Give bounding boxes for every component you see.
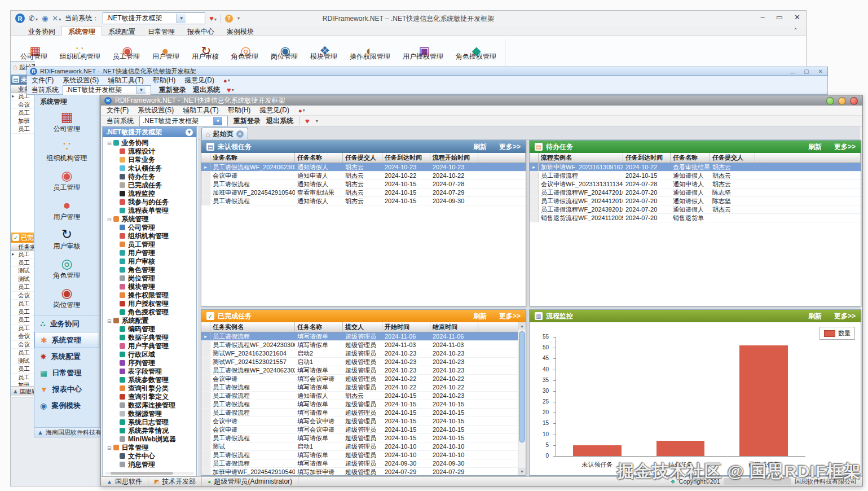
feedback-berry-icon[interactable]: ● <box>298 107 302 114</box>
refresh-link[interactable]: 刷新 <box>473 142 487 152</box>
tree-item-序列管理[interactable]: 序列管理 <box>103 359 196 367</box>
tree-item-消息管理[interactable]: 消息管理 <box>103 461 196 469</box>
tree-item-查询引擎分类[interactable]: 查询引擎分类 <box>103 384 196 393</box>
tab-start-page[interactable]: ⌂ 起始页 ✕ <box>201 128 248 139</box>
expand-icon[interactable]: ⊟ <box>107 318 112 324</box>
maximize-button[interactable]: ▭ <box>776 13 783 21</box>
tree-item-编码管理[interactable]: 编码管理 <box>103 325 196 334</box>
nav-item-业务协同[interactable]: ∴ 业务协同 <box>34 315 99 332</box>
help-dropdown-icon[interactable]: ▾ <box>237 16 240 21</box>
column-header-开始时间[interactable]: 开始时间 <box>382 322 430 332</box>
table-row[interactable]: 员工请假流程WF_202441201041...2024-07-20通知请假人陈… <box>530 197 861 205</box>
sidebar-item-员工管理[interactable]: ◉ 员工管理 <box>34 166 99 195</box>
tree-item-流程监控[interactable]: 流程监控 <box>103 190 196 198</box>
nav-item-日常管理[interactable]: ▦ 日常管理 <box>34 365 99 381</box>
chevron-down-icon[interactable]: ▼ <box>177 14 186 23</box>
expand-icon[interactable]: ⊟ <box>107 217 112 222</box>
chevron-down-icon[interactable]: ▼ <box>136 86 146 94</box>
expand-icon[interactable]: ⊟ <box>107 445 112 451</box>
more-link[interactable]: 更多>> <box>834 312 856 321</box>
maximize-button[interactable] <box>838 97 846 105</box>
tree-item-待办任务[interactable]: 待办任务 <box>103 173 196 181</box>
tree-item-未认领任务[interactable]: 未认领任务 <box>103 164 196 173</box>
tree-item-岗位管理[interactable]: 岗位管理 <box>103 274 196 283</box>
tree-item-查询引擎定义[interactable]: 查询引擎定义 <box>103 393 196 401</box>
column-header-业务名称[interactable]: 业务名称 <box>210 153 295 163</box>
statusbar-item-超级管理员(Administrator)[interactable]: ● 超级管理员(Administrator) <box>202 477 298 486</box>
table-row[interactable]: 测试WF_20241523021557启动1超级管理员2024-10-23202… <box>201 358 518 366</box>
tree-horizontal-scrollbar[interactable] <box>105 472 194 475</box>
table-row[interactable]: 员工请假流程通知请假人胡杰云2024-10-152024-10-23 <box>201 392 518 400</box>
bar-未认领任务[interactable] <box>573 445 622 456</box>
column-header-任务名称[interactable]: 任务名称 <box>295 322 343 332</box>
tree-item-系统配置[interactable]: ⊟系统配置 <box>103 317 196 325</box>
toolbar-button-员工管理[interactable]: ◉ 员工管理 <box>107 36 146 69</box>
logout-link[interactable]: 退出系统 <box>193 85 220 95</box>
relogin-link[interactable]: 重新登录 <box>159 85 186 95</box>
menu-item-帮助(H)[interactable]: 帮助(H) <box>153 76 176 84</box>
scroll-down-icon[interactable]: ▼ <box>518 468 526 475</box>
tree-item-日常管理[interactable]: ⊟日常管理 <box>103 444 196 452</box>
column-header-流程开始时间[interactable]: 流程开始时间 <box>430 153 478 163</box>
minimize-button[interactable]: – <box>761 13 765 21</box>
table-row[interactable]: 测试启动1超级管理员2024-10-102024-10-10 <box>201 442 518 451</box>
tree-item-角色授权管理[interactable]: 角色授权管理 <box>103 308 196 317</box>
menu-item-文件(F)[interactable]: 文件(F) <box>107 106 129 114</box>
toolbar-button-角色授权管理[interactable]: ◆ 角色授权管理 <box>450 36 503 69</box>
column-header-提交人[interactable]: 提交人 <box>343 322 382 332</box>
tree-item-流程设计[interactable]: 流程设计 <box>103 147 196 156</box>
sidebar-item-组织机构管理[interactable]: ∵ 组织机构管理 <box>34 137 99 166</box>
refresh-link[interactable]: 刷新 <box>473 312 487 321</box>
table-row[interactable]: 会议申请填写会议申请超级管理员2024-10-222024-10-22 <box>201 375 518 383</box>
column-header-任务名称[interactable]: 任务名称 <box>295 153 343 163</box>
tools-icon[interactable]: ✕▾ <box>52 14 61 23</box>
tree-item-操作权限管理[interactable]: 操作权限管理 <box>103 291 196 300</box>
tree-item-业务协同[interactable]: ⊟业务协同 <box>103 139 196 147</box>
toolbar-button-操作权限管理[interactable]: ◐ 操作权限管理 <box>343 36 396 69</box>
favorite-heart-icon[interactable]: ♥ <box>227 86 231 94</box>
toolbar-button-用户审核[interactable]: ↻ 用户审核 <box>186 36 225 69</box>
close-tab-icon[interactable]: ✕ <box>236 130 244 138</box>
tree-item-表字段管理[interactable]: 表字段管理 <box>103 367 196 376</box>
table-row[interactable]: 会议申请通知申请人胡杰云2024-10-222024-10-22 <box>201 172 526 180</box>
column-header-任务提交人[interactable]: 任务提交人 <box>710 153 755 163</box>
table-row[interactable]: 加班申请WF_20245429105405查看审批结果胡杰云2024-10-15… <box>201 188 526 197</box>
table-row[interactable]: 员工请假流程填写请假单超级管理员2024-10-222024-10-22 <box>201 383 518 392</box>
tree-item-系统日志管理[interactable]: 系统日志管理 <box>103 418 196 427</box>
nav-item-系统管理[interactable]: ✱ 系统管理 <box>34 332 99 348</box>
table-row[interactable]: 员工请假流程通知请假人胡杰云2024-10-152024-09-30 <box>201 197 526 205</box>
table-row[interactable]: ▸员工请假流程WF_202406230206...通知请假人胡杰云2024-10… <box>201 163 526 172</box>
tree-item-用户字典管理[interactable]: 用户字典管理 <box>103 342 196 350</box>
toolbar-button-组织机构管理[interactable]: ∵ 组织机构管理 <box>54 36 107 69</box>
column-header-任务到达时间[interactable]: 任务到达时间 <box>623 153 671 163</box>
tree-item-数据库连接管理[interactable]: 数据库连接管理 <box>103 401 196 410</box>
feedback-berry-icon[interactable]: ● <box>223 77 227 84</box>
table-row[interactable]: 会议申请填写会议申请超级管理员2024-10-152024-10-15 <box>201 426 518 434</box>
scroll-up-icon[interactable]: ▲ <box>518 322 526 330</box>
bar-已完成任务[interactable] <box>739 345 788 456</box>
tree-item-组织机构管理[interactable]: 组织机构管理 <box>103 232 196 240</box>
maximize-button[interactable]: ▢ <box>804 68 809 74</box>
favorite-heart-icon[interactable]: ♥▾ <box>209 14 217 23</box>
statusbar-item-技术开发部[interactable]: ◩ 技术开发部 <box>148 477 202 486</box>
tree-item-系统参数管理[interactable]: 系统参数管理 <box>103 376 196 384</box>
table-row[interactable]: 员工请假流程通知请假人胡杰云2024-10-152024-07-28 <box>201 180 526 188</box>
menu-item-系统设置(S)[interactable]: 系统设置(S) <box>138 106 174 114</box>
refresh-link[interactable]: 刷新 <box>808 142 822 152</box>
table-row[interactable]: 测试WF_20241623021604启动2超级管理员2024-10-23202… <box>201 349 518 358</box>
minimize-button[interactable] <box>826 97 834 105</box>
tree-item-角色管理[interactable]: 角色管理 <box>103 266 196 274</box>
system-combobox[interactable]: .NET敏捷开发框架 ▼ <box>103 12 205 24</box>
close-button[interactable] <box>850 97 858 105</box>
table-row[interactable]: 员工请假流程填写请假单超级管理员2024-10-102024-10-10 <box>201 451 518 459</box>
table-row[interactable]: 员工请假流程2024-10-15通知请假人胡杰云 <box>530 172 861 180</box>
sidebar-item-公司管理[interactable]: ▦ 公司管理 <box>34 107 99 137</box>
collapse-ribbon-icon[interactable]: ⌃ <box>794 27 798 33</box>
toolbar-button-角色管理[interactable]: ◎ 角色管理 <box>225 36 265 69</box>
close-button[interactable]: ✕ <box>818 68 823 74</box>
scrollbar-thumb[interactable] <box>519 331 525 442</box>
menu-item-辅助工具(T)[interactable]: 辅助工具(T) <box>183 106 218 114</box>
table-row[interactable]: 员工请假流程填写请假单超级管理员2024-10-152024-10-15 <box>201 409 518 417</box>
toolbar-button-模块管理[interactable]: ❖ 模块管理 <box>304 36 343 69</box>
table-row[interactable]: 员工请假流程WF_202439201039...2024-07-20通知请假人胡… <box>530 205 861 214</box>
